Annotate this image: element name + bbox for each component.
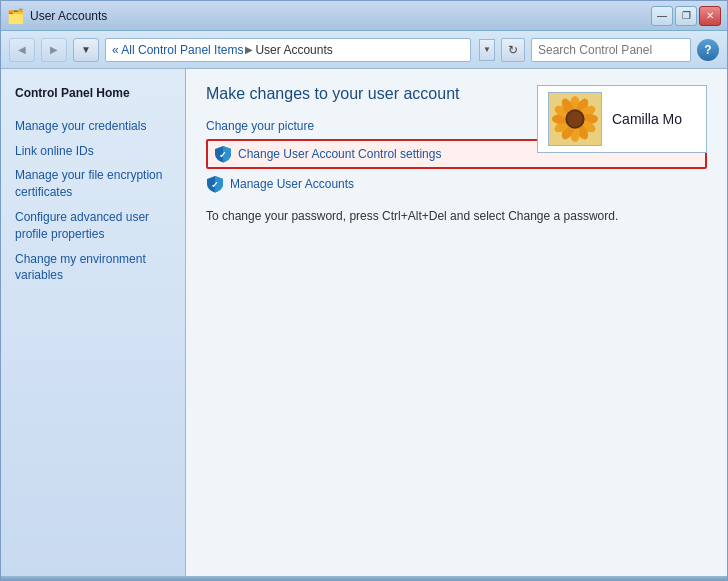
svg-point-14 (567, 111, 582, 126)
back-button[interactable]: ◀ (9, 38, 35, 62)
manage-accounts-label: Manage User Accounts (230, 177, 354, 191)
manage-accounts-link[interactable]: ✓ Manage User Accounts (206, 175, 707, 193)
help-button[interactable]: ? (697, 39, 719, 61)
title-bar: 🗂️ User Accounts — ❐ ✕ (1, 1, 727, 31)
sidebar-item-credentials[interactable]: Manage your credentials (1, 114, 185, 139)
uac-settings-label: Change User Account Control settings (238, 147, 441, 161)
refresh-button[interactable]: ↻ (501, 38, 525, 62)
close-button[interactable]: ✕ (699, 6, 721, 26)
sidebar-item-profile[interactable]: Configure advanced user profile properti… (1, 205, 185, 247)
search-input[interactable] (532, 43, 691, 57)
password-note: To change your password, press Ctrl+Alt+… (206, 209, 707, 223)
change-picture-label: Change your picture (206, 119, 314, 133)
svg-text:✓: ✓ (211, 180, 219, 190)
restore-button[interactable]: ❐ (675, 6, 697, 26)
breadcrumb-dropdown-button[interactable]: ▼ (479, 39, 495, 61)
window: 🗂️ User Accounts — ❐ ✕ ◀ ▶ ▼ « All Contr… (0, 0, 728, 581)
main-container: Control Panel Home Manage your credentia… (1, 69, 727, 576)
title-bar-left: 🗂️ User Accounts (7, 8, 107, 24)
sidebar-item-environment[interactable]: Change my environment variables (1, 247, 185, 289)
user-name: Camilla Mo (612, 111, 682, 127)
sidebar-header: Control Panel Home (1, 81, 185, 106)
forward-button[interactable]: ▶ (41, 38, 67, 62)
svg-text:✓: ✓ (219, 150, 227, 160)
search-box: 🔍 (531, 38, 691, 62)
breadcrumb-current: User Accounts (255, 43, 332, 57)
breadcrumb-bar: « All Control Panel Items ▶ User Account… (105, 38, 471, 62)
sidebar-item-encryption[interactable]: Manage your file encryption certificates (1, 163, 185, 205)
bottom-border (1, 576, 727, 580)
dropdown-button[interactable]: ▼ (73, 38, 99, 62)
breadcrumb-root[interactable]: « All Control Panel Items (112, 43, 243, 57)
address-bar: ◀ ▶ ▼ « All Control Panel Items ▶ User A… (1, 31, 727, 69)
window-icon: 🗂️ (7, 8, 24, 24)
title-bar-controls: — ❐ ✕ (651, 6, 721, 26)
avatar-image (549, 92, 601, 146)
window-title: User Accounts (30, 9, 107, 23)
breadcrumb-separator: ▶ (245, 44, 253, 55)
manage-accounts-shield-icon: ✓ (206, 175, 224, 193)
minimize-button[interactable]: — (651, 6, 673, 26)
content-area: Make changes to your user account (186, 69, 727, 576)
user-card: Camilla Mo (537, 85, 707, 153)
sidebar-item-link-ids[interactable]: Link online IDs (1, 139, 185, 164)
sidebar: Control Panel Home Manage your credentia… (1, 69, 186, 576)
uac-shield-icon: ✓ (214, 145, 232, 163)
avatar (548, 92, 602, 146)
